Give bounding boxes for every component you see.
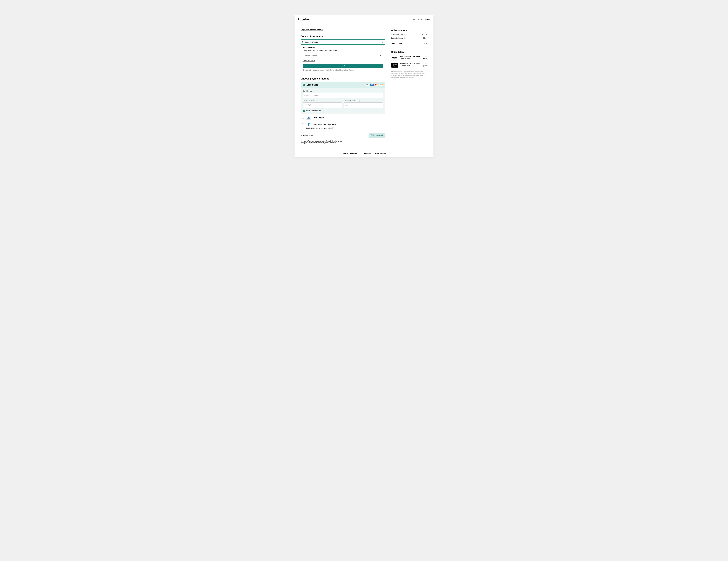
discover-icon: DISCOVER	[379, 84, 383, 86]
price-original: $10	[423, 63, 427, 65]
product-name: Plastic Wrap & Torn Paper	[400, 63, 421, 65]
body-area: Login and checkout faster Contact inform…	[295, 24, 433, 150]
welcome-subtitle: Log in for easy checkout and saved payme…	[303, 49, 383, 51]
credit-card-label: Credit Card	[307, 84, 318, 86]
price-now: $8.50	[423, 57, 427, 60]
paypal-option[interactable]: PP PayPal Add Paypal	[301, 114, 385, 122]
ccv-label: Security Code/CCV	[344, 100, 358, 102]
pay-in-4-note: Pay in 4 interest-free payments of $47.5…	[301, 127, 385, 129]
login-faster-link[interactable]: Login and checkout faster	[301, 29, 323, 31]
order-item-row: FIRESIDE RESTO Plastic Wrap & Torn Paper…	[391, 56, 427, 60]
summary-tax-row: Estimated taxes i $2.00	[391, 37, 427, 39]
secure-checkout-text: Secure checkout	[416, 18, 430, 21]
return-to-cart-link[interactable]: Return to cart	[301, 134, 313, 136]
credit-card-option-header[interactable]: Credit Card VISA AMEX DISCOVER	[301, 82, 385, 88]
license-price: $17.00	[422, 34, 427, 35]
total-price: $19	[424, 43, 427, 45]
summary-total-row: Total (1 item) $19	[391, 43, 427, 45]
logo-text-main: Creative	[298, 18, 310, 21]
credit-card-panel: Credit Card VISA AMEX DISCOVER Cart Numb…	[301, 82, 385, 114]
brand-logo[interactable]: Creative MARKET	[298, 18, 310, 21]
summary-license-row: 1 license x 1 seats $17.00	[391, 34, 427, 35]
return-to-cart-text: Return to cart	[303, 134, 313, 136]
mastercard-icon	[374, 84, 378, 86]
price-original: $10	[423, 56, 427, 57]
email-field-wrap	[301, 39, 385, 45]
lock-icon	[413, 18, 415, 21]
paypal-label: Add Paypal	[314, 116, 324, 119]
password-field-wrap	[303, 53, 383, 58]
exp-input[interactable]	[303, 102, 342, 108]
check-icon	[382, 41, 384, 43]
login-disclaimer: By logging in, you agree to your website…	[303, 69, 383, 71]
paypal-icon: PP PayPal	[306, 122, 311, 126]
visa-icon: VISA	[365, 84, 369, 86]
footer-cookie-link[interactable]: Cooke Policy	[361, 152, 371, 154]
order-item-row: waverly display Plastic Wrap & Torn Pape…	[391, 63, 427, 68]
tax-price: $2.00	[423, 37, 427, 39]
footer-privacy-link[interactable]: Privacy Policy	[375, 152, 386, 154]
right-column: Order summary 1 license x 1 seats $17.00…	[391, 28, 433, 143]
card-number-input[interactable]	[303, 93, 383, 98]
reset-password-link[interactable]: Reset Password	[303, 60, 315, 62]
tax-label: Estimated taxes	[391, 37, 403, 39]
card-number-label: Cart Number	[303, 90, 383, 92]
price-now: $8.50	[423, 65, 427, 67]
svg-rect-0	[414, 19, 415, 20]
left-column: Login and checkout faster Contact inform…	[295, 28, 391, 143]
password-input[interactable]	[303, 53, 383, 58]
svg-point-1	[380, 55, 380, 56]
paypal-icon: PP PayPal	[306, 116, 311, 119]
terms-conditions-link[interactable]: Terms & Conditions	[326, 140, 339, 142]
checkbox-checked-icon	[303, 110, 305, 112]
secure-checkout-indicator: Secure checkout	[413, 18, 430, 21]
enter-payment-button[interactable]: Enter payment	[369, 133, 385, 138]
logo-text-sub: MARKET	[299, 20, 305, 21]
product-license: 1 Personal Use	[400, 58, 421, 59]
radio-empty-icon	[302, 117, 304, 119]
checkout-window: Creative MARKET Secure checkout Login an…	[295, 15, 433, 157]
product-license: 1 Personal Use	[400, 65, 421, 67]
summary-heading: Order summary	[391, 29, 427, 32]
ccv-input[interactable]	[344, 102, 383, 108]
bottom-actions: Return to cart Enter payment	[301, 133, 385, 138]
credit-card-fields: Cart Number Expiration date Security Cod…	[301, 88, 385, 114]
product-thumbnail: FIRESIDE RESTO	[391, 56, 398, 60]
pay-in-4-label: 4 interest free payments	[314, 123, 336, 125]
email-input[interactable]	[301, 39, 385, 45]
product-name: Plastic Wrap & Torn Paper	[400, 56, 421, 57]
radio-selected-icon	[303, 84, 305, 86]
welcome-title: Welcome back	[303, 47, 383, 49]
info-icon[interactable]: i	[404, 37, 405, 39]
promo-disclaimer: *Promo codes and other discounts can not…	[391, 71, 427, 79]
amex-icon: AMEX	[370, 84, 374, 86]
footer-terms-link[interactable]: Terms & conditions	[342, 152, 357, 154]
login-button[interactable]: Log in	[303, 64, 383, 68]
exp-label: Expiration date	[303, 100, 342, 102]
contact-heading: Contact information	[301, 35, 385, 38]
card-brand-icons: VISA AMEX DISCOVER	[365, 84, 383, 86]
info-icon[interactable]: i	[359, 100, 360, 101]
radio-empty-icon	[302, 123, 304, 125]
license-label: 1 license x 1 seats	[391, 34, 405, 35]
details-heading: Order Details	[391, 51, 427, 53]
footer: Terms & conditions Cooke Policy Privacy …	[295, 150, 433, 157]
total-label: Total (1 item)	[391, 43, 402, 45]
eye-icon[interactable]	[379, 54, 381, 57]
chevron-left-icon	[301, 134, 302, 136]
save-card-label: Save card for later	[306, 110, 321, 112]
payment-heading: Choose payment method	[301, 77, 385, 80]
welcome-back-panel: Welcome back Log in for easy checkout an…	[301, 44, 385, 73]
save-card-checkbox-row[interactable]: Save card for later	[303, 110, 383, 112]
agree-note: By clicking Pay now you agree to the Ter…	[301, 140, 346, 143]
header-bar: Creative MARKET Secure checkout	[295, 15, 433, 24]
product-thumbnail: waverly display	[391, 63, 398, 68]
